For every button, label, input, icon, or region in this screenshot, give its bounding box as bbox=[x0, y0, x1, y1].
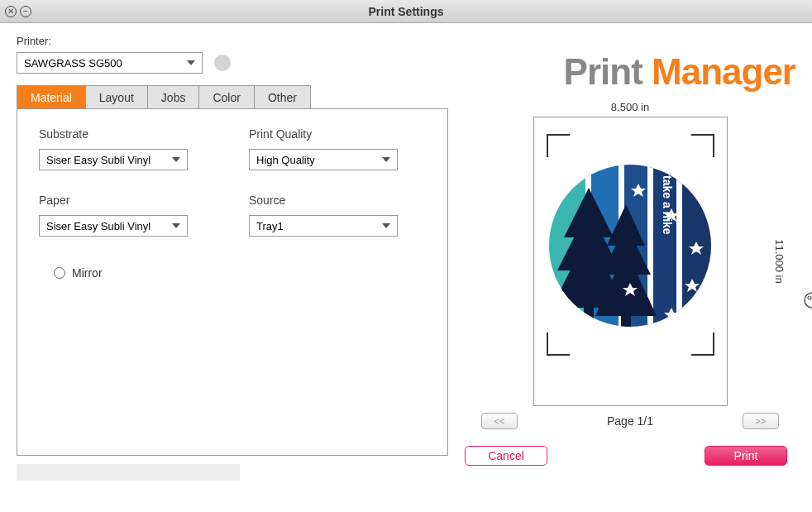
source-select[interactable]: Tray1 bbox=[249, 215, 398, 237]
svg-point-24 bbox=[805, 293, 813, 308]
tab-layout[interactable]: Layout bbox=[86, 85, 148, 108]
paper-label: Paper bbox=[39, 194, 216, 207]
pager-prev-button[interactable]: << bbox=[481, 413, 518, 429]
mirror-radio[interactable] bbox=[54, 267, 65, 279]
source-value: Tray1 bbox=[256, 220, 284, 232]
svg-rect-13 bbox=[584, 304, 594, 337]
tab-body-material: Substrate Siser Easy Subli Vinyl Print Q… bbox=[17, 108, 448, 456]
print-quality-select[interactable]: High Quality bbox=[249, 149, 398, 170]
chevron-down-icon bbox=[382, 157, 390, 162]
svg-rect-4 bbox=[651, 142, 680, 349]
svg-point-25 bbox=[808, 296, 811, 299]
tab-material[interactable]: Material bbox=[17, 85, 86, 108]
svg-rect-8 bbox=[647, 142, 653, 349]
brand-word-1: Print bbox=[564, 51, 652, 92]
substrate-select[interactable]: Siser Easy Subli Vinyl bbox=[39, 149, 188, 170]
zoom-icon[interactable] bbox=[802, 290, 813, 318]
brand-logo: Print Manager bbox=[465, 51, 795, 93]
print-preview: take a hike bbox=[533, 117, 728, 406]
progress-bar bbox=[17, 464, 240, 481]
svg-rect-17 bbox=[621, 312, 631, 341]
chevron-down-icon bbox=[172, 223, 180, 228]
print-button[interactable]: Print bbox=[705, 446, 787, 466]
substrate-value: Siser Easy Subli Vinyl bbox=[46, 154, 150, 166]
minimize-icon[interactable]: − bbox=[20, 6, 31, 17]
printer-status-indicator bbox=[214, 55, 231, 71]
printer-selected-value: SAWGRASS SG500 bbox=[24, 57, 122, 69]
pager-label: Page 1/1 bbox=[607, 414, 653, 428]
brand-word-2: Manager bbox=[652, 51, 795, 92]
print-quality-label: Print Quality bbox=[249, 127, 426, 141]
tabs: Material Layout Jobs Color Other bbox=[17, 85, 448, 108]
svg-rect-9 bbox=[676, 142, 682, 349]
pager-next-button[interactable]: >> bbox=[743, 413, 779, 429]
tab-jobs[interactable]: Jobs bbox=[148, 85, 200, 108]
printer-select[interactable]: SAWGRASS SG500 bbox=[17, 52, 203, 74]
artwork-preview: take a hike bbox=[547, 142, 713, 349]
artwork-text: take a hike bbox=[661, 175, 674, 235]
cancel-button[interactable]: Cancel bbox=[465, 446, 547, 466]
paper-value: Siser Easy Subli Vinyl bbox=[46, 220, 150, 232]
window-title: Print Settings bbox=[0, 5, 812, 18]
chevron-down-icon bbox=[187, 60, 195, 65]
source-label: Source bbox=[249, 194, 426, 207]
titlebar: ✕ − Print Settings bbox=[0, 0, 812, 23]
printer-label: Printer: bbox=[17, 35, 448, 47]
close-icon[interactable]: ✕ bbox=[5, 6, 17, 17]
preview-height-label: 11.000 in bbox=[773, 239, 786, 284]
substrate-label: Substrate bbox=[39, 127, 216, 141]
tab-other[interactable]: Other bbox=[255, 85, 311, 108]
preview-width-label: 8.500 in bbox=[465, 101, 795, 113]
print-quality-value: High Quality bbox=[256, 154, 315, 166]
paper-select[interactable]: Siser Easy Subli Vinyl bbox=[39, 215, 188, 237]
mirror-label: Mirror bbox=[72, 266, 103, 280]
chevron-down-icon bbox=[172, 157, 180, 162]
chevron-down-icon bbox=[382, 223, 390, 228]
tab-color[interactable]: Color bbox=[199, 85, 254, 108]
